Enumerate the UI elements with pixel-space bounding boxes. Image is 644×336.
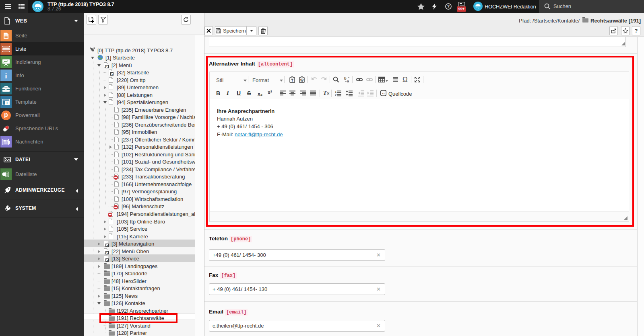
svg-text:W: W xyxy=(300,78,304,82)
svg-text:a: a xyxy=(347,79,349,83)
svg-text:‹›: ‹› xyxy=(382,92,385,95)
svg-text:2: 2 xyxy=(335,94,336,96)
svg-text:T: T xyxy=(291,78,293,82)
svg-text:?: ? xyxy=(447,4,449,9)
svg-text:1: 1 xyxy=(335,90,336,93)
svg-text:b: b xyxy=(344,76,347,80)
svg-text:T: T xyxy=(6,101,8,105)
